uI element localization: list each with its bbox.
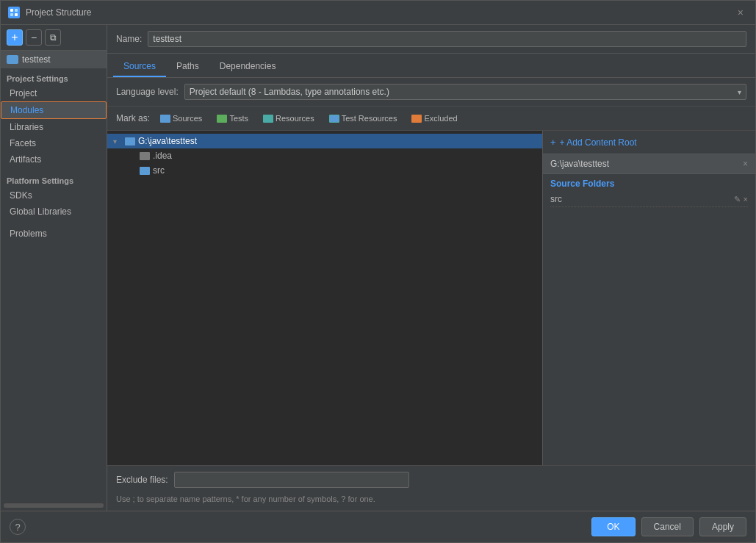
tab-dependencies[interactable]: Dependencies	[209, 57, 287, 77]
name-label: Name:	[116, 34, 142, 44]
sidebar-item-artifacts[interactable]: Artifacts	[1, 151, 107, 168]
language-level-select[interactable]: Project default (8 - Lambdas, type annot…	[184, 84, 746, 100]
content-root-header: G:\java\testtest ×	[543, 154, 755, 174]
sidebar-item-project[interactable]: Project	[1, 85, 107, 101]
dialog-title: Project Structure	[26, 7, 727, 18]
project-structure-dialog: Project Structure × + − ⧉ testtest	[0, 0, 756, 543]
tests-folder-icon	[217, 115, 227, 123]
module-icon	[7, 55, 18, 64]
mark-excluded-label: Excluded	[424, 114, 457, 123]
source-folder-name-src: src	[550, 194, 562, 204]
content-root-close-icon[interactable]: ×	[743, 159, 748, 169]
svg-rect-3	[15, 13, 18, 16]
right-content: Name: Sources Paths Dependencies La	[107, 25, 755, 511]
file-tree[interactable]: ▾ G:\java\testtest .idea src	[107, 131, 542, 465]
mark-excluded-button[interactable]: Excluded	[407, 112, 461, 124]
add-content-root-button[interactable]: + Add Content Root	[560, 137, 637, 148]
sidebar-item-facets[interactable]: Facets	[1, 135, 107, 151]
sidebar-item-sdks[interactable]: SDKs	[1, 187, 107, 204]
sidebar-item-problems[interactable]: Problems	[1, 226, 107, 242]
mark-resources-button[interactable]: Resources	[259, 112, 319, 124]
language-level-row: Language level: Project default (8 - Lam…	[107, 78, 755, 107]
test-resources-folder-icon	[329, 115, 339, 123]
svg-rect-1	[15, 9, 18, 12]
add-module-button[interactable]: +	[7, 29, 23, 46]
tree-and-panel: ▾ G:\java\testtest .idea src	[107, 131, 755, 465]
sidebar-toolbar: + − ⧉	[1, 25, 107, 51]
copy-icon: ⧉	[50, 32, 57, 43]
tab-paths[interactable]: Paths	[166, 57, 209, 77]
tree-item-src[interactable]: src	[122, 163, 542, 178]
svg-rect-0	[10, 9, 13, 12]
module-name: testtest	[22, 54, 51, 65]
edit-source-folder-icon[interactable]: ✎	[734, 195, 741, 204]
ok-button[interactable]: OK	[591, 517, 635, 536]
title-bar: Project Structure ×	[1, 1, 755, 25]
sidebar: + − ⧉ testtest Project Settings Project	[1, 25, 107, 511]
mark-test-resources-label: Test Resources	[342, 114, 397, 123]
tree-item-root[interactable]: ▾ G:\java\testtest	[107, 134, 542, 148]
mark-test-resources-button[interactable]: Test Resources	[325, 112, 402, 124]
mark-as-label: Mark as:	[116, 113, 150, 123]
exclude-files-input[interactable]	[174, 472, 409, 488]
tab-sources[interactable]: Sources	[113, 57, 166, 77]
sources-folder-icon	[160, 115, 170, 123]
add-content-root-section: + + Add Content Root	[543, 131, 755, 154]
right-panel: + + Add Content Root G:\java\testtest × …	[542, 131, 755, 465]
root-folder-icon	[125, 137, 135, 145]
language-level-value: Project default (8 - Lambdas, type annot…	[190, 87, 389, 97]
source-folder-actions: ✎ ×	[734, 195, 748, 204]
source-folders-section: Source Folders src ✎ ×	[543, 174, 755, 212]
main-content: + − ⧉ testtest Project Settings Project	[1, 25, 755, 511]
tree-item-src-label: src	[153, 165, 165, 176]
app-icon	[8, 7, 20, 18]
resources-folder-icon	[263, 115, 273, 123]
exclude-files-row: Exclude files:	[107, 465, 755, 494]
add-content-root-plus: +	[550, 137, 556, 148]
sidebar-scroll: Project Settings Project Modules Librari…	[1, 68, 107, 500]
expand-icon: ▾	[113, 137, 122, 145]
sidebar-item-libraries[interactable]: Libraries	[1, 119, 107, 135]
content-root-path: G:\java\testtest	[550, 159, 609, 169]
remove-source-folder-icon[interactable]: ×	[744, 195, 748, 204]
exclude-hint: Use ; to separate name patterns, * for a…	[107, 494, 755, 511]
src-folder-icon	[140, 167, 150, 175]
tree-root-path: G:\java\testtest	[138, 136, 197, 146]
bottom-bar: ? OK Cancel Apply	[1, 511, 755, 542]
tabs-row: Sources Paths Dependencies	[107, 54, 755, 78]
tree-item-idea-label: .idea	[153, 151, 172, 161]
name-input[interactable]	[148, 31, 746, 47]
excluded-folder-icon	[411, 115, 422, 123]
cancel-button[interactable]: Cancel	[641, 517, 694, 536]
plus-icon: +	[11, 32, 18, 43]
help-icon: ?	[15, 522, 20, 533]
tree-item-idea[interactable]: .idea	[122, 148, 542, 163]
copy-module-button[interactable]: ⧉	[45, 29, 61, 46]
name-row: Name:	[107, 25, 755, 54]
language-level-label: Language level:	[116, 87, 179, 97]
close-icon[interactable]: ×	[733, 5, 748, 20]
mark-resources-label: Resources	[276, 114, 314, 123]
exclude-files-label: Exclude files:	[116, 475, 168, 485]
project-settings-header: Project Settings	[1, 68, 107, 85]
chevron-down-icon: ▾	[738, 88, 741, 96]
sidebar-scrollbar[interactable]	[4, 503, 104, 508]
sources-content: Language level: Project default (8 - Lam…	[107, 78, 755, 511]
mark-as-row: Mark as: Sources Tests Resources	[107, 107, 755, 131]
source-folders-title: Source Folders	[550, 179, 748, 189]
apply-button[interactable]: Apply	[699, 517, 746, 536]
mark-sources-button[interactable]: Sources	[156, 112, 206, 124]
mark-sources-label: Sources	[173, 114, 202, 123]
svg-rect-2	[10, 13, 13, 16]
sidebar-item-modules[interactable]: Modules	[1, 101, 107, 119]
idea-folder-icon	[140, 152, 150, 160]
minus-icon: −	[31, 32, 37, 43]
module-item-testtest[interactable]: testtest	[1, 51, 107, 68]
mark-tests-label: Tests	[229, 114, 248, 123]
help-button[interactable]: ?	[10, 519, 26, 535]
remove-module-button[interactable]: −	[26, 29, 42, 46]
platform-settings-header: Platform Settings	[1, 170, 107, 187]
sidebar-item-global-libraries[interactable]: Global Libraries	[1, 204, 107, 220]
source-folder-item-src: src ✎ ×	[550, 192, 748, 207]
mark-tests-button[interactable]: Tests	[212, 112, 253, 124]
